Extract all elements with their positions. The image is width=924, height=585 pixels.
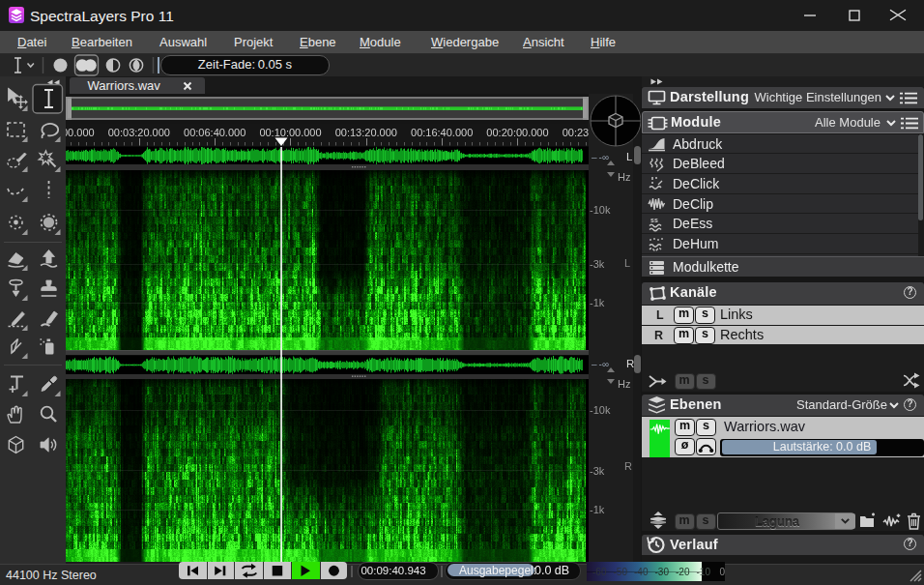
svg-text:ss: ss — [650, 216, 658, 222]
